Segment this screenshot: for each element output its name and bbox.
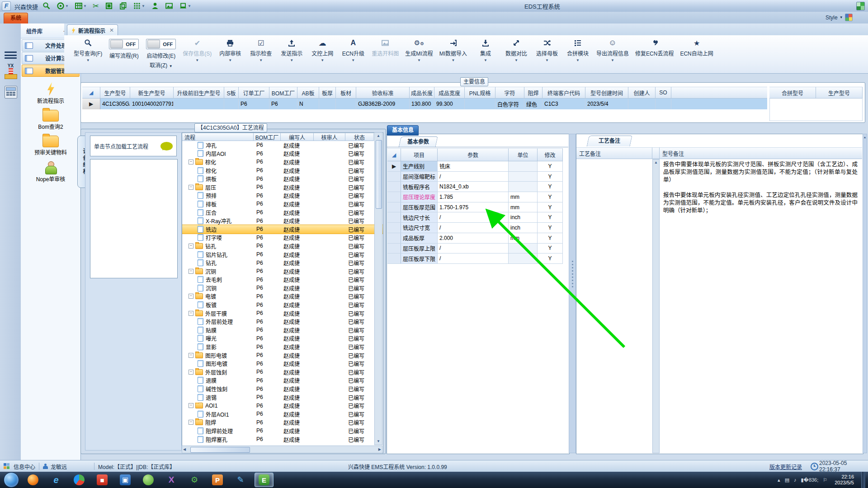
tree-row[interactable]: X-Ray冲孔P6赵成捷已编写: [182, 216, 383, 225]
table-icon[interactable]: ▼: [74, 1, 88, 10]
param-value[interactable]: 铣床: [438, 161, 509, 171]
param-row[interactable]: 铣板程序名N1824_0.xbY: [387, 182, 563, 192]
collapse-icon[interactable]: −: [189, 294, 193, 299]
ribbon-button-修复ECN丢流程[interactable]: 修复ECN丢流程: [632, 35, 677, 63]
param-value[interactable]: /: [438, 172, 509, 182]
tree-row[interactable]: 外层前处理P6赵成捷已编写: [182, 317, 383, 326]
tree-node[interactable]: 沉铜: [182, 284, 254, 292]
col-header[interactable]: SO: [656, 87, 671, 99]
tray-flag-icon[interactable]: ⚐: [823, 477, 827, 483]
cell[interactable]: 10010400207791: [130, 99, 174, 109]
tree-col-header[interactable]: 状态: [345, 133, 374, 141]
param-row[interactable]: 铣边尺寸宽/inchY: [387, 223, 563, 233]
info-center-icon[interactable]: [4, 463, 10, 469]
tree-row[interactable]: 棕化P6赵成捷已编写: [182, 166, 383, 175]
ribbon-button-ECN自动上网[interactable]: ★ECN自动上网: [677, 35, 716, 63]
collapse-icon[interactable]: −: [189, 185, 193, 190]
tree-row[interactable]: −电镀P6赵成捷已编写: [182, 292, 383, 301]
col-header[interactable]: 字符: [495, 87, 524, 99]
cell[interactable]: [656, 99, 671, 109]
laptop-icon[interactable]: ▼: [178, 1, 192, 10]
tree-row[interactable]: 排板P6赵成捷已编写: [182, 200, 383, 208]
tree-row[interactable]: 钻孔P6赵成捷已编写: [182, 258, 383, 267]
collapse-icon[interactable]: −: [189, 403, 193, 408]
tree-row[interactable]: 阻焊前处理P6赵成捷已编写: [182, 427, 383, 435]
scroll-down-icon[interactable]: ▼: [375, 438, 382, 445]
tab-process-notes[interactable]: 工艺备注: [586, 136, 632, 147]
off-toggle[interactable]: OFF: [109, 39, 139, 49]
collapse-icon[interactable]: −: [189, 311, 193, 316]
col-header[interactable]: 项目: [401, 148, 438, 161]
param-row[interactable]: 层压理论厚度1.785mmY: [387, 192, 563, 202]
col-header[interactable]: BOM工厂: [269, 87, 297, 99]
row-selector[interactable]: [387, 202, 401, 212]
tree-node[interactable]: 退锡: [182, 394, 254, 401]
cell[interactable]: 2023/5/4: [585, 99, 628, 109]
col-header[interactable]: 修改: [538, 148, 563, 161]
collapse-icon[interactable]: −: [189, 370, 193, 375]
tree-row[interactable]: 退锡P6赵成捷已编写: [182, 393, 383, 402]
tree-node[interactable]: −外层干膜: [182, 310, 254, 317]
ribbon-button-ECN升级[interactable]: AECN升级▼: [338, 35, 368, 63]
ribbon-button-选择母板[interactable]: 选择母板▼: [532, 35, 562, 63]
save-app-icon[interactable]: ▣: [116, 473, 134, 487]
ribbon-button-导出流程信息[interactable]: ☺导出流程信息▼: [593, 35, 632, 63]
col-header[interactable]: 新生产型号: [130, 87, 174, 99]
tree-node[interactable]: 外层前处理: [182, 318, 254, 325]
style-button[interactable]: Style ▼: [826, 14, 853, 21]
taskbar-clock[interactable]: 22:16 2023/5/5: [835, 474, 854, 486]
cell[interactable]: 白色字符: [495, 99, 524, 109]
tree-col-header[interactable]: 编写人: [281, 133, 314, 141]
tree-node[interactable]: 阻焊前处理: [182, 427, 254, 435]
tree-row[interactable]: 预排P6赵成捷已编写: [182, 192, 383, 200]
ribbon-button-内部审核[interactable]: 内部审核▼: [215, 35, 245, 63]
tree-node[interactable]: X-Ray冲孔: [182, 217, 254, 225]
tray-volume-icon[interactable]: ♪: [794, 477, 797, 483]
version-history-link[interactable]: 版本更新记录: [769, 463, 802, 470]
cell[interactable]: P6: [239, 99, 269, 109]
col-header[interactable]: 成品长度: [410, 87, 434, 99]
tree-row[interactable]: 板镀P6赵成捷已编写: [182, 300, 383, 309]
tree-row[interactable]: 去毛刺P6赵成捷已编写: [182, 276, 383, 284]
tree-node[interactable]: 阻焊塞孔: [182, 436, 254, 443]
col-header[interactable]: 单位: [509, 148, 538, 161]
tree-node[interactable]: 铝片钻孔: [182, 251, 254, 258]
feather-app-icon[interactable]: ✎: [231, 473, 250, 487]
notes-vertical-scrollbar[interactable]: ▲: [652, 159, 660, 453]
sidebar-item-1[interactable]: Bom查询2: [21, 110, 80, 130]
cell[interactable]: 99.300: [434, 99, 465, 109]
param-row[interactable]: 层间涨缩靶标/Y: [387, 172, 563, 182]
tree-row[interactable]: −沉铜P6赵成捷已编写: [182, 267, 383, 276]
tree-node[interactable]: 预排: [182, 192, 254, 199]
tree-node[interactable]: −外层蚀刻: [182, 368, 254, 376]
collapse-icon[interactable]: −: [189, 269, 193, 274]
col-header[interactable]: 生产型号: [816, 87, 863, 99]
tree-row[interactable]: 阻焊塞孔P6赵成捷已编写: [182, 435, 383, 444]
col-header[interactable]: 生产型号: [100, 87, 130, 99]
scrollbar-thumb[interactable]: [376, 140, 382, 209]
col-header[interactable]: 合拼型号: [769, 87, 816, 99]
tree-row[interactable]: 图形电镀P6赵成捷已编写: [182, 359, 383, 368]
sidebar-item-0[interactable]: 新流程指示: [21, 82, 80, 104]
col-header[interactable]: 参数: [438, 148, 509, 161]
tab-basic-params[interactable]: 基本参数: [398, 136, 438, 148]
param-row[interactable]: 层压板厚下限/Y: [387, 253, 563, 264]
param-row[interactable]: 层压板厚上限/Y: [387, 244, 563, 254]
param-row[interactable]: 层压板厚范围1.750-1.975mmY: [387, 202, 563, 213]
gears-app-icon[interactable]: ⚙: [185, 473, 203, 487]
cell[interactable]: [465, 99, 495, 109]
col-header[interactable]: 成品宽度: [434, 87, 465, 99]
tree-node[interactable]: 板镀: [182, 301, 254, 309]
col-header[interactable]: PNL规格: [465, 87, 495, 99]
cell[interactable]: [336, 99, 356, 109]
scroll-up-icon[interactable]: ▲: [653, 160, 659, 166]
tree-row[interactable]: −钻孔P6赵成捷已编写: [182, 242, 383, 250]
tree-vertical-scrollbar[interactable]: ▲ ▼: [374, 132, 382, 445]
ribbon-button-文控上网[interactable]: ☁文控上网▼: [307, 35, 338, 63]
tree-row[interactable]: 铝片钻孔P6赵成捷已编写: [182, 250, 383, 259]
param-row[interactable]: 铣边尺寸长/inchY: [387, 212, 563, 223]
tab-system[interactable]: 系统: [4, 13, 28, 24]
tree-row[interactable]: 烘板P6赵成捷已编写: [182, 174, 383, 183]
tree-node[interactable]: −层压: [182, 183, 254, 191]
col-header[interactable]: 终端客户代码: [542, 87, 585, 99]
